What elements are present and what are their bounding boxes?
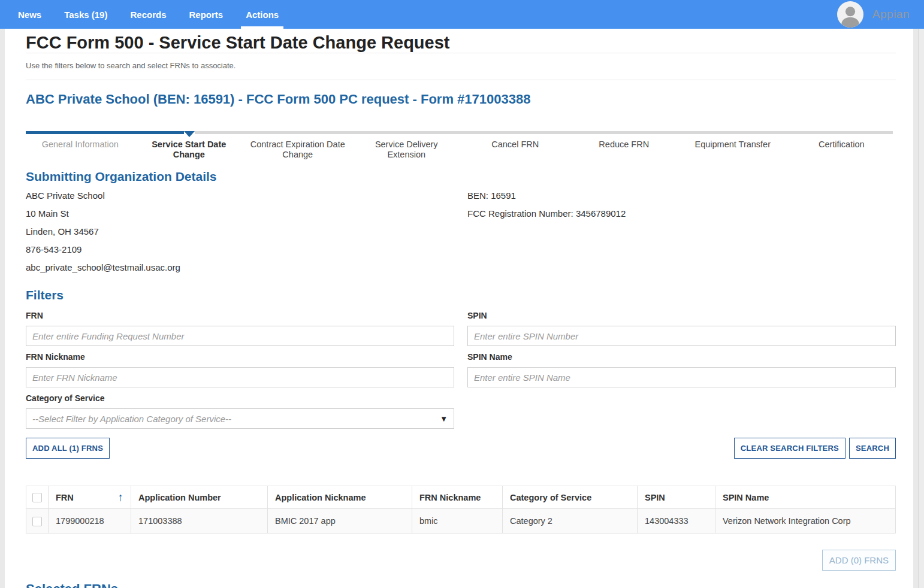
chevron-down-icon: ▼ (440, 414, 448, 423)
org-fcc-registration: FCC Registration Number: 3456789012 (467, 209, 896, 219)
column-header-frn[interactable]: FRN↑ (49, 486, 131, 509)
org-ben: BEN: 16591 (467, 191, 896, 201)
user-avatar[interactable] (837, 1, 863, 28)
category-of-service-field: Category of Service --Select Filter by A… (26, 393, 454, 429)
cell-application-number: 171003388 (131, 509, 268, 534)
column-header-application-nickname[interactable]: Application Nickname (268, 486, 412, 509)
table-row: 1799000218 171003388 BMIC 2017 app bmic … (26, 509, 896, 534)
top-navbar: News Tasks (19) Records Reports Actions … (0, 0, 924, 29)
org-details: ABC Private School 10 Main St Linden, OH… (26, 191, 896, 281)
add-all-frns-button[interactable]: ADD ALL (1) FRNS (26, 438, 110, 459)
spin-field: SPIN (467, 311, 896, 346)
spin-name-field: SPIN Name (467, 352, 896, 387)
wizard-steps: General Information Service Start Date C… (26, 131, 896, 160)
person-icon (837, 1, 863, 28)
form-context-heading: ABC Private School (BEN: 16591) - FCC Fo… (26, 92, 896, 107)
frn-nickname-input[interactable] (26, 367, 454, 387)
wizard-step-general-information[interactable]: General Information (26, 140, 135, 160)
divider (26, 53, 896, 53)
vertical-scrollbar[interactable] (918, 29, 924, 588)
nav-item-news[interactable]: News (18, 0, 41, 29)
nav-item-label: Reports (189, 10, 223, 20)
column-header-spin[interactable]: SPIN (638, 486, 715, 509)
spin-name-label: SPIN Name (467, 352, 896, 362)
wizard-step-equipment-transfer[interactable]: Equipment Transfer (678, 140, 787, 160)
frn-nickname-label: FRN Nickname (26, 352, 454, 362)
active-tab-underline (241, 26, 283, 29)
cell-category-of-service: Category 2 (503, 509, 638, 534)
main-content: FCC Form 500 - Service Start Date Change… (5, 29, 913, 588)
wizard-step-contract-expiration-date-change[interactable]: Contract Expiration Date Change (243, 140, 352, 160)
cell-spin-name: Verizon Network Integration Corp (715, 509, 896, 534)
frn-nickname-field: FRN Nickname (26, 352, 454, 387)
page-title: FCC Form 500 - Service Start Date Change… (26, 32, 896, 53)
org-email: abc_private_school@testmail.usac.org (26, 263, 467, 272)
wizard-step-reduce-frn[interactable]: Reduce FRN (570, 140, 679, 160)
category-of-service-select[interactable]: --Select Filter by Application Category … (26, 408, 454, 429)
org-name: ABC Private School (26, 191, 467, 201)
nav-item-reports[interactable]: Reports (189, 0, 223, 29)
wizard-step-certification[interactable]: Certification (787, 140, 896, 160)
cell-application-nickname: BMIC 2017 app (268, 509, 412, 534)
spin-input[interactable] (467, 326, 896, 346)
divider (26, 80, 896, 80)
frn-results-table: FRN↑ Application Number Application Nick… (26, 486, 896, 534)
nav-item-label: Records (130, 10, 166, 20)
frn-field: FRN (26, 311, 454, 346)
spin-label: SPIN (467, 311, 896, 320)
org-details-heading: Submitting Organization Details (26, 169, 896, 184)
select-value: --Select Filter by Application Category … (32, 414, 231, 424)
column-header-spin-name[interactable]: SPIN Name (715, 486, 896, 509)
nav-item-actions[interactable]: Actions (246, 0, 279, 29)
table-header-row: FRN↑ Application Number Application Nick… (26, 486, 896, 509)
progress-bar-remaining (195, 131, 893, 134)
current-step-arrow (184, 131, 195, 137)
org-address-line1: 10 Main St (26, 209, 467, 219)
select-all-checkbox[interactable] (32, 493, 42, 502)
nav-item-label: News (18, 10, 41, 20)
frn-input[interactable] (26, 326, 454, 346)
instructions-text: Use the filters below to search and sele… (26, 61, 896, 71)
cell-spin: 143004333 (638, 509, 715, 534)
progress-bar-complete (26, 131, 184, 134)
category-of-service-label: Category of Service (26, 393, 454, 403)
progress-bar (26, 131, 893, 134)
spin-name-input[interactable] (467, 367, 896, 387)
column-header-category-of-service[interactable]: Category of Service (503, 486, 638, 509)
nav-item-label: Tasks (19) (64, 10, 107, 20)
clear-search-filters-button[interactable]: CLEAR SEARCH FILTERS (734, 438, 846, 459)
filters-heading: Filters (26, 288, 896, 302)
row-checkbox[interactable] (32, 517, 42, 526)
nav-item-label: Actions (246, 10, 279, 20)
cell-frn-nickname: bmic (412, 509, 503, 534)
selected-frns-heading: Selected FRNs (26, 581, 896, 588)
appian-logo: Appian (872, 8, 910, 21)
nav-item-records[interactable]: Records (130, 0, 166, 29)
add-frns-button[interactable]: ADD (0) FRNS (822, 550, 896, 571)
org-address-line2: Linden, OH 34567 (26, 227, 467, 237)
wizard-step-service-delivery-extension[interactable]: Service Delivery Extension (352, 140, 461, 160)
frn-label: FRN (26, 311, 454, 320)
wizard-step-cancel-frn[interactable]: Cancel FRN (461, 140, 570, 160)
search-button[interactable]: SEARCH (849, 438, 896, 459)
column-header-frn-nickname[interactable]: FRN Nickname (412, 486, 503, 509)
cell-frn: 1799000218 (49, 509, 131, 534)
nav-item-tasks[interactable]: Tasks (19) (64, 0, 107, 29)
sort-ascending-icon[interactable]: ↑ (118, 493, 124, 502)
org-phone: 876-543-2109 (26, 245, 467, 254)
wizard-step-service-start-date-change[interactable]: Service Start Date Change (135, 140, 244, 160)
column-header-application-number[interactable]: Application Number (131, 486, 268, 509)
